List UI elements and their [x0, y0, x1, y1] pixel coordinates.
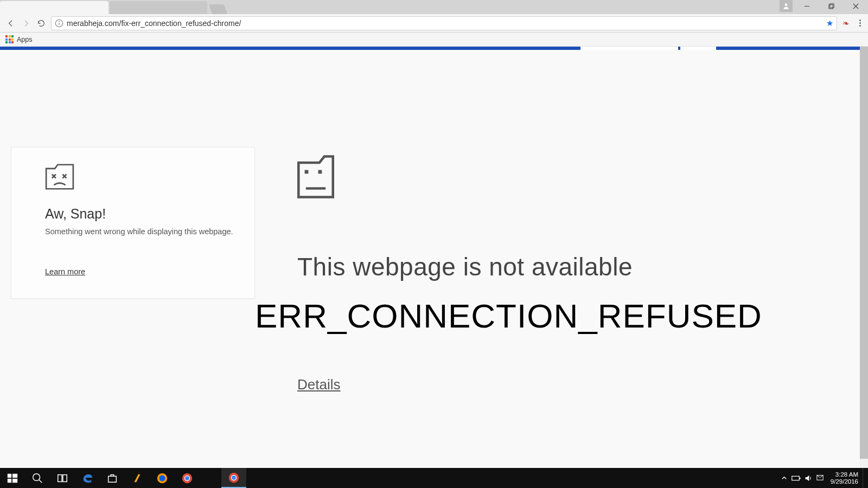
aw-snap-title: Aw, Snap!	[45, 206, 235, 222]
volume-icon	[804, 474, 813, 483]
taskbar-app-edge[interactable]	[75, 468, 100, 488]
svg-rect-22	[63, 474, 67, 481]
sad-page-big-icon	[255, 155, 762, 201]
reload-icon	[37, 19, 46, 28]
taskbar-time: 3:28 AM	[831, 471, 858, 478]
close-window-button[interactable]	[844, 0, 868, 12]
arrow-left-icon	[7, 19, 15, 28]
search-icon	[31, 472, 43, 484]
tray-volume[interactable]	[802, 468, 814, 488]
store-icon	[106, 472, 118, 484]
windows-taskbar: 3:28 AM 9/29/2016	[0, 468, 868, 488]
svg-rect-32	[800, 477, 801, 479]
chevron-up-icon	[781, 475, 787, 481]
extension-icon[interactable]: ❧	[843, 18, 850, 28]
taskbar-clock[interactable]: 3:28 AM 9/29/2016	[826, 471, 863, 485]
reload-button[interactable]	[35, 17, 48, 30]
bookmark-star-icon[interactable]: ★	[826, 18, 833, 28]
svg-rect-21	[58, 474, 62, 481]
tray-notifications[interactable]	[814, 468, 826, 488]
cortana-search-button[interactable]	[25, 468, 50, 488]
firefox-icon	[156, 472, 168, 484]
task-view-button[interactable]	[50, 468, 75, 488]
svg-rect-2	[829, 4, 833, 8]
taskbar-app-store[interactable]	[100, 468, 125, 488]
bookmarks-bar: Apps	[0, 33, 868, 47]
address-bar[interactable]: merabheja.com /fix-err_connection_refuse…	[51, 16, 837, 30]
taskbar-app-winamp[interactable]	[125, 468, 150, 488]
new-tab-button[interactable]	[209, 4, 228, 14]
browser-tab-inactive[interactable]	[110, 1, 207, 14]
apps-grid-icon[interactable]	[5, 35, 14, 43]
aw-snap-message: Something went wrong while displaying th…	[45, 227, 235, 236]
task-view-icon	[56, 472, 68, 484]
taskbar-app-firefox[interactable]	[150, 468, 175, 488]
back-button[interactable]	[4, 17, 17, 30]
maximize-icon	[828, 3, 834, 9]
windows-logo-icon	[7, 472, 18, 484]
svg-rect-14	[318, 170, 322, 174]
vertical-scrollbar[interactable]	[860, 47, 868, 468]
svg-point-8	[59, 21, 60, 22]
tab-strip	[0, 0, 868, 14]
chrome-icon	[181, 472, 193, 484]
chrome-icon	[228, 472, 240, 484]
taskbar-left	[0, 468, 246, 488]
url-path: /fix-err_connection_refused-chrome/	[119, 19, 241, 28]
system-tray: 3:28 AM 9/29/2016	[778, 468, 868, 488]
edge-icon	[81, 472, 93, 484]
show-desktop-button[interactable]	[863, 468, 866, 488]
scrollbar-thumb[interactable]	[860, 47, 868, 459]
url-host: merabheja.com	[67, 19, 119, 28]
svg-rect-18	[12, 478, 17, 482]
notification-icon	[816, 474, 824, 482]
taskbar-app-chrome-running[interactable]	[221, 468, 246, 488]
tray-overflow[interactable]	[778, 468, 790, 488]
svg-line-20	[39, 479, 42, 483]
start-button[interactable]	[0, 468, 25, 488]
minimize-button[interactable]	[795, 0, 819, 12]
arrow-right-icon	[22, 19, 30, 28]
top-blue-strip	[0, 47, 868, 50]
learn-more-link[interactable]: Learn more	[45, 267, 85, 276]
browser-tab-active[interactable]	[0, 1, 108, 14]
svg-rect-31	[792, 476, 800, 480]
svg-rect-3	[830, 3, 834, 7]
profile-button[interactable]	[780, 0, 793, 12]
battery-icon	[792, 475, 801, 481]
svg-point-24	[159, 475, 165, 481]
svg-rect-17	[8, 478, 11, 482]
main-error-heading: This webpage is not available	[297, 252, 762, 281]
minimize-icon	[804, 3, 810, 9]
svg-rect-15	[8, 473, 11, 477]
sad-page-small-icon	[45, 164, 235, 192]
user-icon	[782, 2, 790, 10]
winamp-icon	[131, 472, 143, 484]
error-code: ERR_CONNECTION_REFUSED	[255, 297, 762, 335]
forward-button[interactable]	[20, 17, 33, 30]
taskbar-date: 9/29/2016	[831, 478, 858, 485]
svg-rect-16	[12, 473, 17, 477]
toolbar-right: ❧	[843, 18, 865, 28]
svg-point-19	[33, 473, 40, 480]
maximize-button[interactable]	[819, 0, 844, 12]
close-icon	[853, 3, 859, 9]
site-info-icon	[55, 19, 63, 28]
svg-point-0	[785, 3, 788, 6]
window-controls	[780, 0, 868, 14]
tray-battery[interactable]	[790, 468, 802, 488]
apps-bookmark-label[interactable]: Apps	[17, 36, 33, 43]
browser-toolbar: merabheja.com /fix-err_connection_refuse…	[0, 14, 868, 33]
aw-snap-card: Aw, Snap! Something went wrong while dis…	[11, 147, 255, 299]
main-error-block: This webpage is not available ERR_CONNEC…	[255, 155, 762, 393]
menu-button[interactable]	[855, 18, 865, 28]
details-link[interactable]: Details	[297, 376, 762, 393]
page-content: Aw, Snap! Something went wrong while dis…	[0, 47, 868, 468]
svg-rect-13	[305, 170, 309, 174]
taskbar-app-chrome-pinned[interactable]	[175, 468, 200, 488]
